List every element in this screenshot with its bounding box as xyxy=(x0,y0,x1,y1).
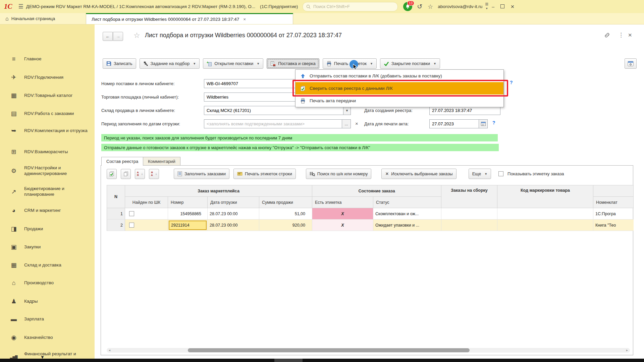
back-button[interactable]: ← xyxy=(103,32,113,41)
tab-home[interactable]: ⌂ Начальная страница xyxy=(0,13,86,24)
row-checkbox[interactable] xyxy=(129,223,134,228)
supply-number-help[interactable]: ? xyxy=(510,80,513,85)
sidebar-item-15[interactable]: ▬Зарплата xyxy=(0,316,95,323)
sidebar-item-9[interactable]: ◕CRM и маркетинг xyxy=(0,207,95,214)
sort-desc-button[interactable]: ЯА↓ xyxy=(149,169,159,179)
calendar-icon[interactable] xyxy=(479,119,488,128)
sidebar-item-16[interactable]: ◉Казначейство xyxy=(0,334,95,341)
sidebar-item-2[interactable]: ✈RDV:Подключения xyxy=(0,74,95,81)
more-options-icon[interactable]: ⋮ xyxy=(618,32,624,39)
global-search[interactable] xyxy=(303,2,398,11)
row-number-cell[interactable]: 2 xyxy=(107,220,125,231)
col-ship-date[interactable]: Дата отгрузки xyxy=(208,197,259,208)
favorite-star-icon[interactable]: ☆ xyxy=(133,31,140,40)
search-input[interactable] xyxy=(313,4,394,9)
col-group-order-state[interactable]: Состояние заказа xyxy=(312,185,441,197)
close-supply-button[interactable]: Закрытие поставки▼ xyxy=(380,58,440,69)
save-button[interactable]: Записать xyxy=(103,58,136,69)
search-barcode-button[interactable]: Поиск по ш/к или номеру xyxy=(306,169,372,179)
sidebar-item-11[interactable]: ▣Закупки xyxy=(0,243,95,251)
tab-close-icon[interactable]: × xyxy=(243,17,246,22)
sidebar-item-6[interactable]: ⊞RDV:Взаиморасчеты xyxy=(0,148,95,156)
horizontal-scrollbar[interactable]: ◂ ▸ xyxy=(107,348,630,353)
row-number-cell[interactable]: 1 xyxy=(107,208,125,220)
tab-comment[interactable]: Комментарий xyxy=(143,157,180,166)
period-clear-button[interactable]: × xyxy=(354,120,360,127)
col-has-label[interactable]: Есть этикетка xyxy=(312,197,373,208)
scrollbar-thumb[interactable] xyxy=(188,348,470,352)
col-status[interactable]: Статус xyxy=(373,197,441,208)
sidebar-item-14[interactable]: ♟Кадры xyxy=(0,298,95,305)
status-cell[interactable]: Ожидает упаковки и ... xyxy=(373,220,441,231)
assembly-cell[interactable] xyxy=(441,220,497,231)
status-cell[interactable]: Скомплектован и ож... xyxy=(373,208,441,220)
row-checkbox[interactable] xyxy=(129,211,134,216)
found-by-barcode-cell[interactable] xyxy=(125,220,168,231)
marking-cell[interactable] xyxy=(497,208,593,220)
print-row-labels-button[interactable]: 1.0 Печать этикеток строки xyxy=(233,169,296,179)
found-by-barcode-cell[interactable] xyxy=(125,208,168,220)
sidebar-item-1[interactable]: ≡Главное xyxy=(0,56,95,63)
created-date-field[interactable] xyxy=(429,106,500,115)
order-number-cell[interactable]: 154958865 xyxy=(168,208,208,220)
tab-document[interactable]: Лист подбора и отгрузки Wildberries 0000… xyxy=(86,13,293,24)
warehouse-dropdown-icon[interactable]: ▼ xyxy=(343,106,351,115)
col-n[interactable]: N xyxy=(107,185,125,208)
active-cell-value[interactable]: 29211914 xyxy=(169,221,207,230)
get-link-icon[interactable] xyxy=(604,32,610,40)
ship-date-cell[interactable]: 28.07.23 00:00 xyxy=(208,220,259,231)
has-label-cell[interactable]: X xyxy=(312,220,373,231)
sale-sum-cell[interactable]: 51,00 xyxy=(259,208,312,220)
col-found-by-barcode[interactable]: Найден по ШК xyxy=(125,197,168,208)
act-date-help[interactable]: ? xyxy=(492,120,495,125)
menu-item-verify-registry[interactable]: Сверить состав реестра с данными Л/К xyxy=(296,82,503,95)
favorites-star-icon[interactable]: ☆ xyxy=(428,3,433,10)
menu-item-send-supply[interactable]: Отправить состав поставки в Л/К (добавит… xyxy=(296,70,503,82)
more-button[interactable]: Еще▼ xyxy=(469,169,491,179)
act-date-field[interactable] xyxy=(429,119,479,128)
col-number[interactable]: Номер xyxy=(168,197,208,208)
picking-task-button[interactable]: Задание на подбор▼ xyxy=(140,58,200,69)
history-icon[interactable]: ↺ xyxy=(417,3,422,10)
fill-orders-button[interactable]: Заполнить заказами xyxy=(174,169,229,179)
assembly-cell[interactable] xyxy=(441,208,497,220)
has-label-cell[interactable]: X xyxy=(312,208,373,220)
ship-date-cell[interactable]: 28.07.23 00:00 xyxy=(208,208,259,220)
collapse-panel-icon[interactable]: ≡▼ xyxy=(485,3,488,10)
order-number-cell-active[interactable]: 29211914 xyxy=(168,220,208,231)
sidebar-item-3[interactable]: ▦RDV:Товарный каталог xyxy=(0,92,95,99)
restore-button[interactable] xyxy=(500,4,504,9)
show-label-checkbox[interactable] xyxy=(498,171,503,176)
sidebar-item-12[interactable]: ▦Склад и доставка xyxy=(0,261,95,269)
form-settings-button[interactable] xyxy=(625,58,637,69)
scroll-left-icon[interactable]: ◂ xyxy=(109,348,110,352)
sidebar-item-8[interactable]: ↗Бюджетирование и планирование xyxy=(0,186,95,197)
main-menu-icon[interactable]: ☰ xyxy=(18,3,23,10)
set-marks-button[interactable] xyxy=(107,169,117,179)
col-sale-sum[interactable]: Сумма продажи xyxy=(259,197,312,208)
sidebar-item-7[interactable]: ⚙RDV:Настройки и администрирование xyxy=(0,165,95,177)
tab-registry-content[interactable]: Состав реестра xyxy=(101,157,143,166)
marking-cell[interactable] xyxy=(497,220,593,231)
sale-sum-cell[interactable]: 920,00 xyxy=(259,220,312,231)
nomenclature-cell[interactable]: Книга "Тео xyxy=(593,220,634,231)
open-supply-button[interactable]: + Открытие поставки▼ xyxy=(203,58,263,69)
close-document-icon[interactable]: ✕ xyxy=(628,32,632,38)
copy-button[interactable] xyxy=(121,169,131,179)
minimize-button[interactable]: – xyxy=(492,4,494,9)
col-nomenclature[interactable]: Номенклат xyxy=(593,197,634,208)
col-marking-code[interactable]: Код маркировки товара xyxy=(497,185,593,208)
sort-asc-button[interactable]: АЯ↓ xyxy=(135,169,145,179)
sidebar-item-5[interactable]: ➥RDV:Комплектация и отгрузка xyxy=(0,127,95,134)
nomenclature-cell[interactable]: 1С:Програ xyxy=(593,208,634,220)
sidebar-item-4[interactable]: ▤RDV:Работа с заказами xyxy=(0,110,95,117)
sidebar-item-13[interactable]: ⌂Производство xyxy=(0,280,95,287)
forward-button[interactable]: → xyxy=(113,32,123,41)
menu-item-print-act[interactable]: Печать акта передачи xyxy=(296,95,503,107)
period-more-button[interactable]: ... xyxy=(342,119,351,128)
col-group-marketplace-order[interactable]: Заказ маркетплейса xyxy=(125,185,312,197)
period-field[interactable] xyxy=(204,119,342,128)
warehouse-field[interactable] xyxy=(204,106,343,115)
notifications-bell-icon[interactable]: 13 xyxy=(403,2,412,11)
exclude-orders-button[interactable]: ✕ Исключить выбранные заказы xyxy=(381,169,456,179)
